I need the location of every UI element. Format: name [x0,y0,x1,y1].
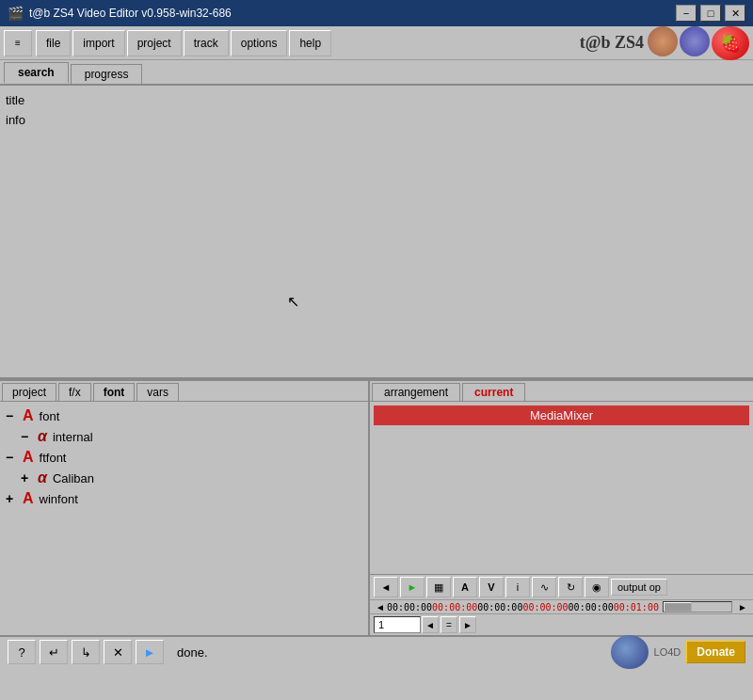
timecode-3: 00:00:00 [522,602,568,612]
tab-fx[interactable]: f/x [58,383,91,401]
font-icon: A [23,449,34,466]
title-bar: 🎬 t@b ZS4 Video Editor v0.958-win32-686 … [0,0,753,26]
transport-loop[interactable]: ↻ [558,577,583,597]
font-icon: A [23,407,34,424]
font-icon: α [38,469,47,486]
transport-info[interactable]: i [505,577,530,597]
transport-play[interactable]: ► [400,577,425,597]
expand-sign: + [6,491,19,506]
status-export-btn[interactable]: ↳ [72,640,100,664]
logo-area: t@b ZS4 🍓 [580,26,749,60]
font-icon: α [38,428,47,445]
title-text: t@b ZS4 Video Editor v0.958-win32-686 [29,7,676,20]
cursor: ↖ [287,293,299,310]
font-icon: A [23,490,34,507]
font-name: ftfont [40,451,67,465]
font-name: winfont [40,492,78,506]
tab-arrangement[interactable]: arrangement [372,383,460,401]
position-value: 1 [378,619,384,630]
minimize-button[interactable]: − [676,5,697,22]
tab-search[interactable]: search [4,62,69,84]
right-tabs: arrangement current [370,381,753,402]
menu-options[interactable]: options [231,30,288,56]
collapse-sign: − [21,429,34,444]
expand-sign: + [21,470,34,485]
list-item[interactable]: + A winfont [6,488,362,509]
status-import-btn[interactable]: ↵ [40,640,68,664]
menu-icon[interactable]: ≡ [4,30,32,56]
font-list: − A font − α internal − A ftfont + α Cal… [0,402,368,635]
main-content: title info ↖ [0,86,753,377]
timecode-5: 00:01:00 [614,602,659,612]
face2-icon [680,26,710,56]
media-mixer-area: MediaMixer [370,402,753,433]
transport-record[interactable]: ◉ [585,577,609,597]
donate-button[interactable]: Donate [686,641,745,663]
window-controls: − □ ✕ [676,5,745,22]
maximize-button[interactable]: □ [700,5,721,22]
media-mixer-label[interactable]: MediaMixer [374,406,749,425]
output-op-button[interactable]: output op [611,579,667,596]
menu-track[interactable]: track [184,30,229,56]
collapse-sign: − [6,450,19,465]
face1-icon [648,26,678,56]
list-item[interactable]: − α internal [6,426,362,447]
timeline-left-arrow[interactable]: ◄ [374,602,387,612]
logo-faces: 🍓 [648,26,749,60]
transport-bar: ◄ ► ▦ A V i ∿ ↻ ◉ output op [370,574,753,599]
status-bar: ? ↵ ↳ ✕ ► done. LO4D Donate [0,635,753,667]
transport-wave[interactable]: ∿ [532,577,556,597]
menu-bar: ≡ file import project track options help… [0,26,753,60]
timecode-4: 00:00:00 [569,602,614,612]
transport-a[interactable]: A [453,577,477,597]
status-right: LO4D Donate [611,635,745,669]
tab-project[interactable]: project [2,383,56,401]
status-play-btn[interactable]: ► [136,640,164,664]
timecode-2: 00:00:00 [477,602,522,612]
timeline: ◄ 00:00:00 00:00:00 00:00:00 00:00:00 00… [370,599,753,613]
collapse-sign: − [6,408,19,423]
transport-v[interactable]: V [479,577,504,597]
right-panel: arrangement current MediaMixer ◄ ► ▦ A V… [370,381,753,635]
list-item[interactable]: − A font [6,406,362,426]
app-icon: 🎬 [8,6,24,21]
position-eq-btn[interactable]: = [441,616,457,633]
strawberry-icon: 🍓 [712,26,749,60]
status-text: done. [177,645,208,660]
tab-vars[interactable]: vars [136,383,179,401]
logo-text: t@b ZS4 [580,33,644,53]
menu-file[interactable]: file [36,30,71,56]
position-bar: 1 ◄ = ► [370,613,753,635]
timeline-right-arrow[interactable]: ► [736,602,749,612]
list-item[interactable]: + α Caliban [6,468,362,488]
tab-font[interactable]: font [93,383,136,401]
close-button[interactable]: ✕ [725,5,745,22]
font-name: internal [53,430,93,444]
list-item[interactable]: − A ftfont [6,447,362,468]
tab-current[interactable]: current [462,383,525,401]
content-title: title [6,91,747,111]
menu-import[interactable]: import [72,30,124,56]
content-info: info [6,111,747,131]
bottom-panel: project f/x font vars − A font − α inter… [0,381,753,635]
lo4d-globe-icon [611,635,649,669]
timeline-scrollbar[interactable] [663,601,732,612]
position-right-btn[interactable]: ► [459,616,476,633]
menu-project[interactable]: project [127,30,182,56]
transport-rewind[interactable]: ◄ [374,577,398,597]
status-help-btn[interactable]: ? [8,640,36,664]
font-name: font [40,409,60,423]
font-name: Caliban [53,471,94,485]
tab-progress[interactable]: progress [71,64,143,84]
transport-checkerboard[interactable]: ▦ [426,577,451,597]
position-field[interactable]: 1 [374,616,421,633]
position-left-btn[interactable]: ◄ [422,616,439,633]
status-stop-btn[interactable]: ✕ [104,640,132,664]
lo4d-text: LO4D [654,646,681,658]
left-tabs: project f/x font vars [0,381,368,402]
scroll-thumb[interactable] [664,602,692,612]
tabs-bar: search progress [0,60,753,86]
timecode-1: 00:00:00 [432,602,477,612]
menu-help[interactable]: help [289,30,331,56]
left-panel: project f/x font vars − A font − α inter… [0,381,370,635]
